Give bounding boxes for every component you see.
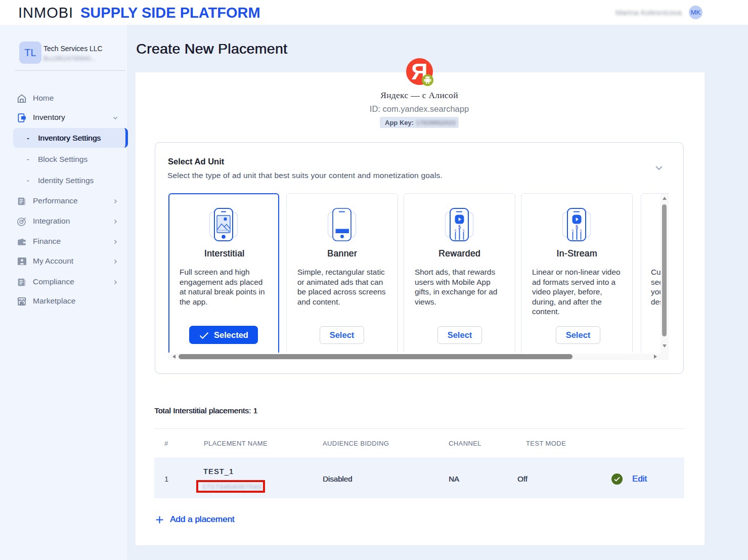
svg-text:$: $ [576,224,579,230]
svg-text:$: $ [580,229,582,233]
svg-text:$: $ [463,229,465,233]
svg-text:$: $ [458,224,461,230]
svg-text:$: $ [572,229,574,233]
svg-text:$: $ [455,229,457,233]
